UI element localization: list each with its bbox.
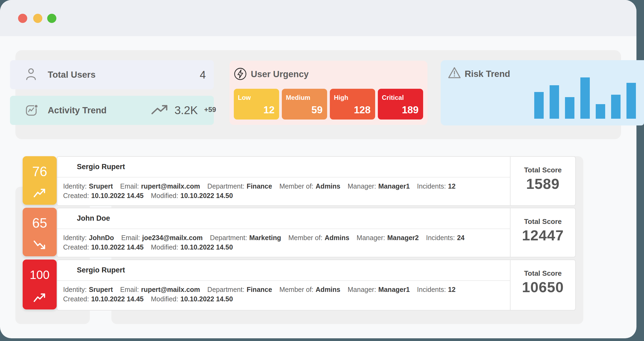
total-score-label: Total Score	[511, 166, 575, 174]
window-titlebar	[0, 0, 636, 36]
minimize-window-button[interactable]	[33, 14, 42, 23]
user-name: Sergio Rupert	[57, 157, 510, 178]
user-card: Sergio Rupert Identity:Srupert Email:rup…	[57, 156, 576, 206]
user-card-main: Sergio Rupert Identity:Srupert Email:rup…	[57, 260, 511, 310]
total-score-panel: Total Score 10650	[511, 260, 575, 310]
user-details: Identity:JohnDo Email:joe234@mailx.com D…	[63, 233, 507, 252]
chip-value: 189	[402, 104, 419, 116]
chip-label: Low	[238, 94, 251, 101]
activity-trend-delta: +59	[204, 105, 216, 114]
activity-chart-icon	[26, 104, 39, 117]
user-details: Identity:Srupert Email:rupert@mailx.com …	[63, 285, 507, 304]
urgency-chip-critical[interactable]: Critical 189	[378, 89, 423, 120]
user-row[interactable]: 100 Sergio Rupert Identity:Srupert Email…	[23, 260, 576, 309]
urgency-chip-low[interactable]: Low 12	[234, 89, 279, 120]
risk-score-badge: 65	[23, 208, 57, 256]
user-row[interactable]: 65 John Doe Identity:JohnDo Email:joe234…	[23, 208, 576, 256]
risk-trend-bar-chart	[534, 77, 636, 119]
total-score-panel: Total Score 1589	[511, 157, 575, 205]
risk-trend-bar	[565, 97, 574, 119]
risk-score-value: 100	[23, 268, 57, 282]
total-score-value: 10650	[511, 279, 575, 295]
user-card-main: Sergio Rupert Identity:Srupert Email:rup…	[57, 157, 511, 205]
user-row[interactable]: 76 Sergio Rupert Identity:Srupert Email:…	[23, 156, 576, 205]
chip-value: 59	[311, 104, 323, 116]
risk-trend-bar	[550, 85, 559, 119]
user-details-line-1: Identity:Srupert Email:rupert@mailx.com …	[63, 285, 507, 294]
total-score-label: Total Score	[511, 217, 575, 226]
total-users-card: Total Users 4	[10, 60, 214, 89]
user-name: John Doe	[57, 208, 510, 229]
total-score-label: Total Score	[511, 269, 575, 278]
user-card-main: John Doe Identity:JohnDo Email:joe234@ma…	[57, 208, 511, 257]
risk-trend-title: Risk Trend	[465, 69, 510, 79]
user-card: Sergio Rupert Identity:Srupert Email:rup…	[57, 260, 576, 311]
chip-label: Critical	[382, 94, 404, 101]
activity-trend-card: Activity Trend 3.2K +59	[10, 96, 214, 125]
risk-trend-bar	[626, 83, 636, 119]
total-users-value: 4	[200, 60, 206, 89]
total-score-value: 1589	[511, 175, 575, 192]
trending-up-icon	[151, 104, 169, 116]
user-details-line-2: Created:10.10.2022 14.45 Modified:10.10.…	[63, 243, 507, 252]
chip-label: Medium	[286, 94, 310, 101]
user-name: Sergio Rupert	[57, 260, 510, 281]
activity-trend-label: Activity Trend	[48, 96, 107, 125]
risk-trend-bar	[534, 92, 544, 119]
trend-up-icon	[33, 293, 46, 304]
risk-score-badge: 76	[23, 156, 57, 205]
user-icon	[26, 68, 36, 81]
risk-trend-bar	[580, 77, 590, 119]
maximize-window-button[interactable]	[47, 14, 56, 23]
user-details: Identity:Srupert Email:rupert@mailx.com …	[63, 182, 507, 200]
trend-down-icon	[33, 240, 46, 250]
urgency-chip-medium[interactable]: Medium 59	[282, 89, 327, 120]
user-details-line-1: Identity:JohnDo Email:joe234@mailx.com D…	[63, 233, 507, 243]
risk-trend-bar	[596, 104, 605, 119]
risk-trend-bar	[611, 95, 621, 119]
total-users-label: Total Users	[48, 60, 95, 89]
urgency-chip-high[interactable]: High 128	[330, 89, 375, 120]
risk-score-badge: 100	[23, 260, 57, 309]
chip-label: High	[334, 94, 348, 101]
chip-value: 128	[354, 104, 371, 116]
risk-score-value: 76	[23, 164, 57, 179]
close-window-button[interactable]	[18, 14, 27, 23]
user-card: John Doe Identity:JohnDo Email:joe234@ma…	[57, 208, 576, 257]
user-details-line-2: Created:10.10.2022 14.45 Modified:10.10.…	[63, 191, 507, 200]
bolt-icon	[234, 67, 247, 81]
trend-up-icon	[33, 189, 46, 199]
total-score-panel: Total Score 12447	[511, 208, 575, 257]
activity-trend-value: 3.2K	[174, 96, 198, 125]
warning-triangle-icon	[448, 67, 461, 80]
risk-trend-card: Risk Trend	[441, 60, 644, 125]
risk-score-value: 65	[23, 215, 57, 231]
user-urgency-card: User Urgency Low 12 Medium 59 High 128 C…	[229, 61, 427, 125]
total-score-value: 12447	[511, 227, 575, 244]
chip-value: 12	[263, 104, 275, 116]
user-details-line-1: Identity:Srupert Email:rupert@mailx.com …	[63, 182, 507, 191]
user-urgency-title: User Urgency	[251, 69, 309, 80]
user-details-line-2: Created:10.10.2022 14.45 Modified:10.10.…	[63, 294, 507, 304]
